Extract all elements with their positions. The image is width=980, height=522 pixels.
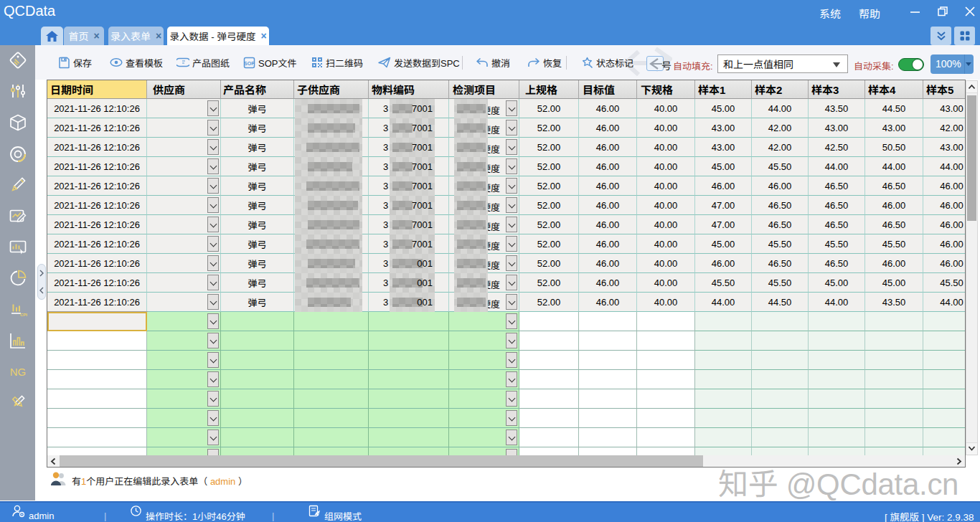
svg-text:CPK: CPK: [20, 313, 27, 317]
svg-text:SOP: SOP: [244, 60, 255, 65]
svg-text:NG: NG: [10, 366, 27, 378]
